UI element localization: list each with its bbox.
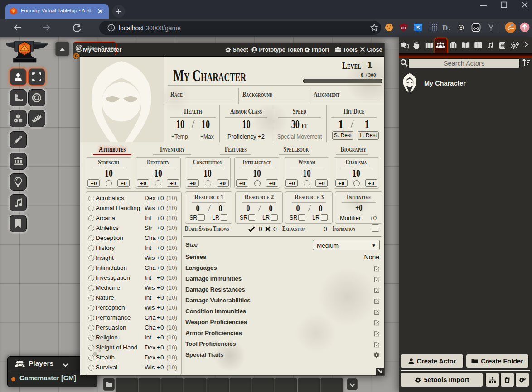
svg-text:D: D — [442, 24, 448, 32]
svg-text:S: S — [416, 25, 420, 30]
svg-text:UO: UO — [401, 26, 406, 29]
